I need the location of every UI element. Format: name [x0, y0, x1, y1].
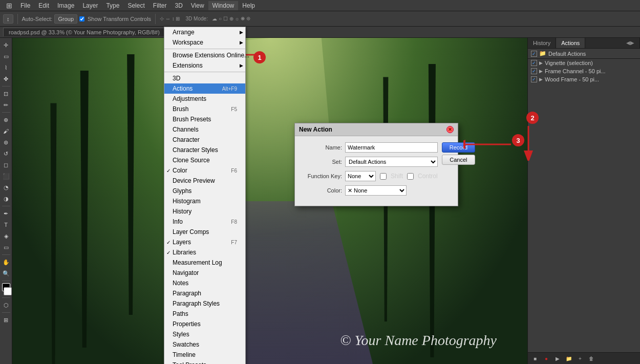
menu-layers[interactable]: Layers F7	[164, 237, 245, 247]
menu-history[interactable]: History	[164, 206, 245, 217]
zoom-tool[interactable]: 🔍	[1, 268, 11, 279]
menu-measurement-log[interactable]: Measurement Log	[164, 258, 245, 268]
menu-info[interactable]: Info F8	[164, 217, 245, 227]
menu-3d[interactable]: 3D	[164, 73, 245, 83]
menu-libraries[interactable]: Libraries	[164, 247, 245, 258]
healing-tool[interactable]: ⊕	[1, 115, 11, 125]
menu-filter[interactable]: Filter	[149, 1, 171, 10]
menu-notes-label: Notes	[173, 280, 188, 287]
text-tool[interactable]: T	[1, 220, 11, 230]
hand-tool[interactable]: ✋	[1, 257, 11, 267]
menu-ps[interactable]: ⊞	[2, 1, 16, 11]
history-tab[interactable]: History	[528, 38, 556, 48]
menu-channels[interactable]: Channels	[164, 124, 245, 135]
delete-action-button[interactable]: 🗑	[586, 354, 596, 362]
menu-color-label: Color	[173, 167, 187, 174]
move-tool[interactable]: ✛	[1, 40, 11, 50]
record-button-panel[interactable]: ●	[541, 354, 551, 362]
menu-type[interactable]: Type	[102, 1, 123, 10]
vignette-checkbox	[531, 60, 537, 66]
marquee-tool[interactable]: ▭	[1, 51, 11, 61]
menu-notes[interactable]: Notes	[164, 278, 245, 288]
dialog-shift-checkbox[interactable]	[380, 173, 387, 180]
menu-image[interactable]: Image	[53, 1, 78, 10]
move-tool-options[interactable]: ↕	[3, 14, 13, 24]
menu-view[interactable]: View	[187, 1, 208, 10]
lasso-tool[interactable]: ⌇	[1, 62, 11, 73]
menu-select[interactable]: Select	[123, 1, 148, 10]
menu-layer[interactable]: Layer	[78, 1, 102, 10]
actions-tab[interactable]: Actions	[556, 38, 585, 48]
menu-workspace[interactable]: Workspace	[164, 37, 245, 48]
menu-paragraph-styles[interactable]: Paragraph Styles	[164, 298, 245, 309]
pen-tool[interactable]: ✒	[1, 208, 11, 219]
menu-tool-presets[interactable]: Tool Presets	[164, 360, 245, 364]
action-vignette[interactable]: ▶ Vignette (selection)	[528, 59, 640, 67]
background-color[interactable]	[4, 287, 12, 295]
menu-styles[interactable]: Styles	[164, 329, 245, 339]
dialog-cancel-button[interactable]: Cancel	[442, 155, 475, 165]
menu-layer-comps[interactable]: Layer Comps	[164, 227, 245, 237]
menu-swatches[interactable]: Swatches	[164, 339, 245, 350]
menu-window[interactable]: Window	[208, 1, 239, 10]
menu-color[interactable]: Color F6	[164, 165, 245, 176]
menu-glyphs[interactable]: Glyphs	[164, 186, 245, 196]
menu-adjustments[interactable]: Adjustments	[164, 94, 245, 104]
new-action-panel-button[interactable]: +	[575, 354, 585, 362]
gradient-tool[interactable]: ⬛	[1, 171, 11, 181]
brush-tool[interactable]: 🖌	[1, 126, 11, 136]
dialog-control-checkbox[interactable]	[407, 173, 414, 180]
menu-histogram[interactable]: Histogram	[164, 196, 245, 206]
menu-navigator[interactable]: Navigator	[164, 268, 245, 278]
play-button[interactable]: ▶	[552, 354, 563, 362]
auto-select-dropdown[interactable]: Group	[54, 14, 77, 24]
dialog-function-key-dropdown[interactable]: None	[345, 171, 376, 181]
menu-properties[interactable]: Properties	[164, 319, 245, 329]
quick-select-tool[interactable]: ✤	[1, 74, 11, 84]
crop-tool[interactable]: ⊡	[1, 89, 11, 99]
document-tab[interactable]: roadpsd.psd @ 33.3% (© Your Name Photogr…	[3, 28, 165, 36]
action-wood-frame[interactable]: ▶ Wood Frame - 50 pi...	[528, 75, 640, 83]
menu-browse-extensions[interactable]: Browse Extensions Online...	[164, 50, 245, 60]
dialog-name-input[interactable]	[345, 142, 438, 153]
history-brush-tool[interactable]: ↺	[1, 148, 11, 159]
path-select-tool[interactable]: ◈	[1, 231, 11, 241]
eyedropper-tool[interactable]: ✏	[1, 100, 11, 110]
menu-device-preview[interactable]: Device Preview	[164, 176, 245, 186]
new-set-button[interactable]: 📁	[564, 354, 574, 362]
menu-help[interactable]: Help	[238, 1, 259, 10]
dialog-color-dropdown[interactable]: ✕ None	[345, 185, 407, 196]
show-transform-checkbox[interactable]	[79, 16, 84, 22]
menu-browse-extensions-label: Browse Extensions Online...	[173, 52, 249, 59]
stop-button[interactable]: ■	[530, 354, 540, 362]
menu-file[interactable]: File	[16, 1, 34, 10]
dialog-record-button[interactable]: Record	[442, 142, 475, 153]
auto-select-label: Auto-Select:	[22, 16, 53, 22]
menu-extensions[interactable]: Extensions	[164, 60, 245, 71]
dialog-set-dropdown[interactable]: Default Actions	[345, 157, 438, 167]
menu-timeline[interactable]: Timeline	[164, 350, 245, 360]
panel-expand[interactable]: ◀▶	[621, 38, 640, 48]
blur-tool[interactable]: ◔	[1, 182, 11, 192]
menu-brush-presets[interactable]: Brush Presets	[164, 114, 245, 124]
clone-stamp-tool[interactable]: ⊛	[1, 137, 11, 147]
menu-character-styles[interactable]: Character Styles	[164, 145, 245, 155]
dialog-close-button[interactable]: ✕	[446, 126, 454, 133]
menu-clone-source[interactable]: Clone Source	[164, 155, 245, 165]
quick-mask-tool[interactable]: ⬡	[1, 300, 11, 310]
action-frame-channel[interactable]: ▶ Frame Channel - 50 pi...	[528, 67, 640, 75]
menu-actions[interactable]: Actions Alt+F9	[164, 83, 245, 94]
menu-character[interactable]: Character	[164, 135, 245, 145]
menu-brush[interactable]: Brush F5	[164, 104, 245, 114]
dodge-tool[interactable]: ◑	[1, 194, 11, 204]
panel-tab-spacer	[585, 38, 621, 48]
menu-layer-comps-label: Layer Comps	[173, 228, 209, 235]
menu-edit[interactable]: Edit	[34, 1, 53, 10]
menu-paths[interactable]: Paths	[164, 309, 245, 319]
menu-paragraph[interactable]: Paragraph	[164, 288, 245, 298]
screen-mode[interactable]: ⊞	[1, 315, 11, 325]
menu-3d[interactable]: 3D	[170, 1, 186, 10]
shape-tool[interactable]: ▭	[1, 242, 11, 252]
eraser-tool[interactable]: ◻	[1, 160, 11, 170]
menu-arrange[interactable]: Arrange	[164, 27, 245, 37]
